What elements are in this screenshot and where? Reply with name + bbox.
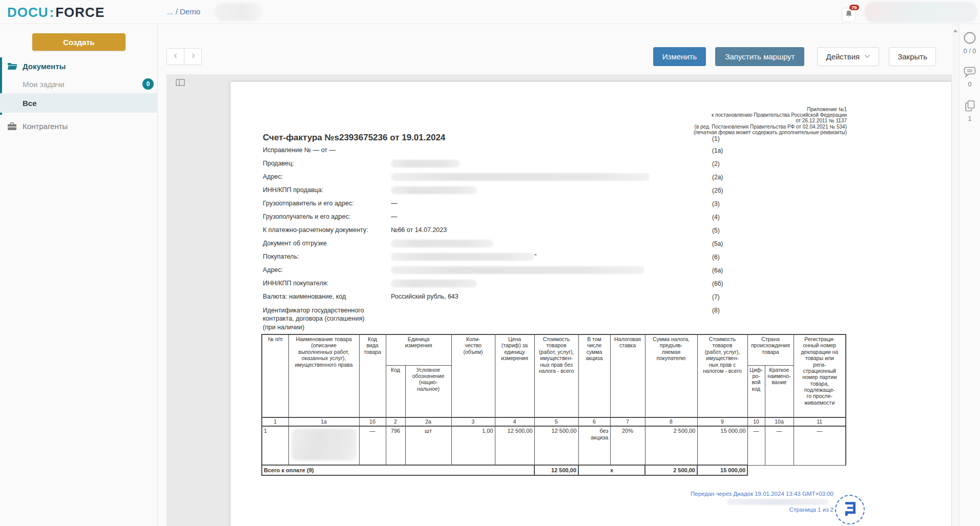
edit-button[interactable]: Изменить [653,47,706,66]
col-number: 3 [451,417,495,426]
field-value-redacted [391,280,477,287]
col-header-product-type: Код вида товара [359,334,386,417]
line-code: (6а) [712,267,723,274]
split-pane-icon [176,79,185,88]
comments-widget[interactable]: 0 [964,67,976,88]
redacted-pill [391,280,477,287]
field-label: Адрес: [263,266,283,273]
field-label: ИНН/КПП покупателя: [263,280,328,287]
field-value-redacted [391,173,650,181]
scroll-up-arrow-icon[interactable] [953,29,957,32]
main-content: Изменить Запустить маршрут Действия Закр… [158,24,952,526]
col-header-name: Наименование товара (описание выполненны… [288,334,359,417]
sidebar-item-documents[interactable]: Документы [0,57,158,75]
line-code: (8) [712,307,720,314]
col-header-excise: В том числе сумма акциза [578,334,610,417]
redacted-pill [391,266,644,274]
field-value-redacted [391,160,460,167]
diadoc-stamp [835,495,865,524]
thumbnails-panel-toggle[interactable] [176,79,185,88]
field-label: Грузоотправитель и его адрес: [263,200,354,207]
comments-counter: 0 [968,81,972,88]
redacted-pill [391,186,477,194]
line-code: (4) [712,214,720,221]
field-buyer-address: Адрес: (6а) [263,266,847,280]
sidebar-item-my-tasks[interactable]: Мои задачи 0 [0,75,158,93]
col-number: 4 [495,417,534,426]
field-label: Грузополучатель и его адрес: [263,213,350,220]
cell-quantity: 1,00 [451,426,495,465]
col-number: 10а [765,417,794,426]
invoice-total-row: Всего к оплате (9) 12 500,00 x 2 500,00 … [262,465,846,475]
col-header-country-name: Краткое наимено- вание [765,365,794,417]
field-seller-address: Адрес: (2а) [263,173,847,186]
prev-document-button[interactable] [166,48,184,65]
legal-line: (в ред. Постановления Правительства РФ о… [263,124,847,130]
cell-product-type: — [359,426,386,465]
actions-dropdown-button[interactable]: Действия [817,47,879,66]
user-menu[interactable] [864,2,977,23]
legal-line: Приложение №1 [263,107,847,112]
line-code: (7) [712,293,720,301]
breadcrumb-redacted [214,3,262,21]
copy-pages-icon [964,100,975,114]
field-label: Валюта: наименование, код [263,293,346,300]
total-label: Всего к оплате (9) [262,465,534,475]
chevron-down-icon [864,54,870,58]
line-code: (6) [712,254,720,261]
chevron-left-icon [173,53,178,60]
field-label: Продавец: [263,160,294,167]
briefcase-icon [7,122,18,131]
col-number: 9 [697,417,747,426]
vertical-scrollbar[interactable] [952,24,959,526]
logo-docu: DOCU [7,5,49,20]
cell-reg-number: — [794,426,846,465]
col-number: 5 [534,417,578,426]
field-payment-document: К платежно-расчетному документу: №66 от … [263,226,847,240]
col-header-tax-amount: Сумма налога, предъяв- ляемая покупателю [645,334,697,417]
redacted-block [291,429,357,460]
redacted-pill [391,160,460,167]
total-cost-without-tax: 12 500,00 [534,465,578,475]
col-header-unit-code: Код [386,365,405,417]
legal-line: от 26.12.2011 № 1137 [263,118,847,123]
sidebar-item-all[interactable]: Все [0,93,158,113]
sidebar-item-label: Мои задачи [23,80,65,89]
col-header-price: Цена (тариф) за единицу измерения [495,334,534,417]
field-correction: Исправление № — от — (1а) [263,146,847,160]
col-header-reg-number: Регистраци- онный номер декларации на то… [794,334,846,417]
sidebar-item-counterparties[interactable]: Контрагенты [0,117,158,135]
sidebar-item-label: Все [23,99,37,108]
cell-price: 12 500,00 [495,426,534,465]
line-code: (3) [712,200,720,207]
field-label: Документ об отгрузке [263,240,327,247]
run-route-button[interactable]: Запустить маршрут [715,47,804,66]
field-value: №66 от 14.07.2023 [391,226,447,234]
col-number: 2а [405,417,451,426]
create-button[interactable]: Создать [32,33,126,51]
field-consignor: Грузоотправитель и его адрес: — (3) [263,200,847,213]
right-rail: 0 / 0 0 1 [959,24,980,526]
transfer-note: Передан через Диадок 19.01.2024 13:43 GM… [263,491,833,497]
line-code: (1а) [712,147,723,154]
field-label: Исправление № — от — [263,146,336,154]
document-page: Приложение №1 к постановлению Правительс… [231,82,951,526]
field-value-redacted: " [391,253,536,261]
cell-tax-amount: 2 500,00 [645,426,697,465]
copies-widget[interactable]: 1 [964,100,975,122]
breadcrumb[interactable]: ... / Demo [167,7,200,16]
field-seller-inn: ИНН/КПП продавца: (2б) [263,186,847,200]
field-consignee: Грузополучатель и его адрес: — (4) [263,213,847,226]
col-number: 7 [610,417,645,426]
field-value-redacted [391,186,477,194]
col-header-cost-without-tax: Стоимость товаров (работ, услуг), имущес… [534,334,578,417]
field-value: Российский рубль, 643 [391,293,458,300]
tasks-counter: 0 / 0 [964,48,976,55]
document-pager [166,48,202,65]
field-value: — [391,213,398,220]
next-document-button[interactable] [184,48,202,65]
field-currency: Валюта: наименование, код Российский руб… [263,293,847,306]
col-number: 2 [386,417,405,426]
tasks-progress-widget[interactable]: 0 / 0 [963,31,976,55]
close-button[interactable]: Закрыть [889,47,936,66]
